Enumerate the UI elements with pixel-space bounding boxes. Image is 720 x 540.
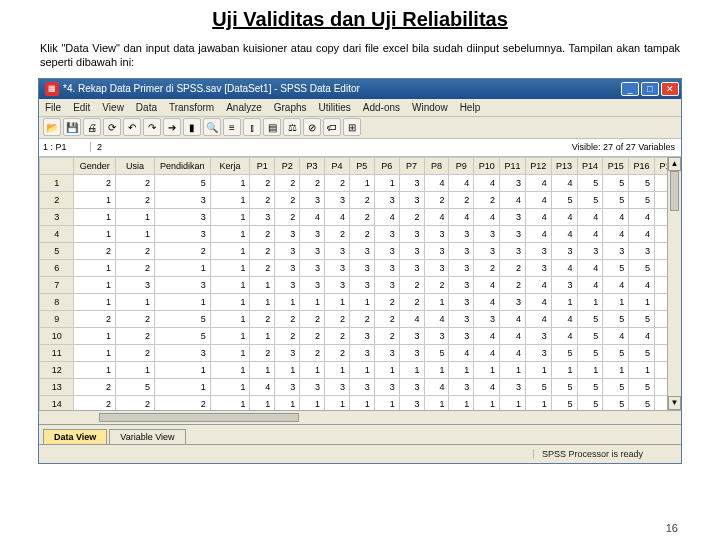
menu-window[interactable]: Window bbox=[412, 102, 448, 113]
data-cell[interactable]: 5 bbox=[155, 327, 211, 344]
data-cell[interactable]: 1 bbox=[300, 293, 325, 310]
data-cell[interactable]: 5 bbox=[629, 191, 655, 208]
data-cell[interactable]: 3 bbox=[474, 225, 500, 242]
column-header[interactable]: P11 bbox=[500, 157, 526, 174]
data-cell[interactable]: 2 bbox=[300, 174, 325, 191]
data-cell[interactable]: 3 bbox=[325, 276, 350, 293]
data-cell[interactable]: 2 bbox=[349, 208, 374, 225]
data-cell[interactable]: 2 bbox=[250, 225, 275, 242]
data-cell[interactable]: 1 bbox=[74, 344, 115, 361]
data-cell[interactable]: 4 bbox=[577, 208, 603, 225]
data-cell[interactable]: 4 bbox=[250, 378, 275, 395]
data-cell[interactable]: 2 bbox=[349, 225, 374, 242]
data-cell[interactable]: 5 bbox=[424, 344, 449, 361]
goto-icon[interactable]: ➔ bbox=[163, 118, 181, 136]
close-button[interactable]: ✕ bbox=[661, 82, 679, 96]
data-cell[interactable]: 2 bbox=[115, 344, 154, 361]
column-header[interactable]: P16 bbox=[629, 157, 655, 174]
data-cell[interactable]: 5 bbox=[155, 174, 211, 191]
data-cell[interactable]: 3 bbox=[424, 242, 449, 259]
data-cell[interactable]: 3 bbox=[449, 293, 474, 310]
data-cell[interactable]: 3 bbox=[399, 225, 424, 242]
data-cell[interactable]: 5 bbox=[155, 310, 211, 327]
data-cell[interactable]: 1 bbox=[500, 361, 526, 378]
data-cell[interactable]: 4 bbox=[474, 174, 500, 191]
scroll-up-arrow-icon[interactable]: ▲ bbox=[668, 157, 681, 171]
data-cell[interactable]: 3 bbox=[275, 378, 300, 395]
data-cell[interactable]: 2 bbox=[275, 327, 300, 344]
data-cell[interactable]: 3 bbox=[275, 276, 300, 293]
data-cell[interactable]: 3 bbox=[349, 378, 374, 395]
data-cell[interactable]: 1 bbox=[275, 361, 300, 378]
column-header[interactable]: P3 bbox=[300, 157, 325, 174]
data-cell[interactable]: 1 bbox=[577, 361, 603, 378]
data-cell[interactable]: 5 bbox=[577, 310, 603, 327]
data-cell[interactable]: 1 bbox=[551, 361, 577, 378]
data-cell[interactable]: 5 bbox=[551, 378, 577, 395]
data-cell[interactable]: 3 bbox=[300, 259, 325, 276]
data-cell[interactable]: 1 bbox=[325, 293, 350, 310]
data-cell[interactable]: 4 bbox=[551, 259, 577, 276]
data-cell[interactable]: 4 bbox=[629, 327, 655, 344]
data-cell[interactable]: 4 bbox=[551, 174, 577, 191]
redo-icon[interactable]: ↷ bbox=[143, 118, 161, 136]
scroll-thumb-h[interactable] bbox=[99, 413, 299, 422]
data-cell[interactable]: 1 bbox=[629, 293, 655, 310]
data-cell[interactable]: 3 bbox=[525, 344, 551, 361]
data-cell[interactable]: 4 bbox=[424, 378, 449, 395]
data-cell[interactable]: 5 bbox=[603, 310, 629, 327]
data-cell[interactable]: 4 bbox=[449, 344, 474, 361]
data-cell[interactable]: 1 bbox=[155, 378, 211, 395]
data-cell[interactable]: 4 bbox=[551, 208, 577, 225]
menu-edit[interactable]: Edit bbox=[73, 102, 90, 113]
data-cell[interactable]: 3 bbox=[399, 174, 424, 191]
row-header[interactable]: 10 bbox=[40, 327, 74, 344]
data-cell[interactable]: 2 bbox=[275, 191, 300, 208]
data-cell[interactable]: 3 bbox=[155, 225, 211, 242]
cell-value[interactable]: 2 bbox=[91, 142, 211, 152]
data-cell[interactable]: 3 bbox=[155, 191, 211, 208]
column-header[interactable]: Usia bbox=[115, 157, 154, 174]
data-cell[interactable]: 3 bbox=[300, 191, 325, 208]
data-cell[interactable]: 1 bbox=[525, 361, 551, 378]
data-cell[interactable]: 3 bbox=[250, 208, 275, 225]
row-header[interactable]: 12 bbox=[40, 361, 74, 378]
data-cell[interactable]: 4 bbox=[300, 208, 325, 225]
data-cell[interactable]: 4 bbox=[449, 208, 474, 225]
data-cell[interactable]: 1 bbox=[210, 293, 250, 310]
data-cell[interactable]: 5 bbox=[577, 327, 603, 344]
data-cell[interactable]: 4 bbox=[577, 276, 603, 293]
data-cell[interactable]: 4 bbox=[424, 208, 449, 225]
data-cell[interactable]: 2 bbox=[275, 208, 300, 225]
horizontal-scrollbar[interactable] bbox=[39, 410, 681, 424]
data-cell[interactable]: 4 bbox=[474, 327, 500, 344]
data-cell[interactable]: 3 bbox=[577, 242, 603, 259]
data-cell[interactable]: 4 bbox=[525, 225, 551, 242]
data-cell[interactable]: 3 bbox=[300, 225, 325, 242]
data-cell[interactable]: 3 bbox=[374, 276, 399, 293]
data-cell[interactable]: 2 bbox=[300, 344, 325, 361]
tab-variable-view[interactable]: Variable View bbox=[109, 429, 185, 444]
data-cell[interactable]: 1 bbox=[349, 361, 374, 378]
data-cell[interactable]: 5 bbox=[115, 378, 154, 395]
data-cell[interactable]: 5 bbox=[603, 191, 629, 208]
data-cell[interactable]: 3 bbox=[300, 242, 325, 259]
data-cell[interactable]: 4 bbox=[525, 191, 551, 208]
menu-graphs[interactable]: Graphs bbox=[274, 102, 307, 113]
data-cell[interactable]: 4 bbox=[474, 378, 500, 395]
data-cell[interactable]: 1 bbox=[115, 208, 154, 225]
save-icon[interactable]: 💾 bbox=[63, 118, 81, 136]
data-cell[interactable]: 4 bbox=[525, 310, 551, 327]
data-cell[interactable]: 1 bbox=[399, 361, 424, 378]
data-cell[interactable]: 2 bbox=[474, 191, 500, 208]
data-cell[interactable]: 3 bbox=[525, 242, 551, 259]
data-cell[interactable]: 2 bbox=[399, 293, 424, 310]
data-cell[interactable]: 5 bbox=[629, 259, 655, 276]
row-header[interactable]: 3 bbox=[40, 208, 74, 225]
data-cell[interactable]: 5 bbox=[603, 344, 629, 361]
data-cell[interactable]: 3 bbox=[500, 174, 526, 191]
data-cell[interactable]: 3 bbox=[374, 378, 399, 395]
data-cell[interactable]: 4 bbox=[325, 208, 350, 225]
data-cell[interactable]: 3 bbox=[449, 242, 474, 259]
data-cell[interactable]: 2 bbox=[250, 174, 275, 191]
